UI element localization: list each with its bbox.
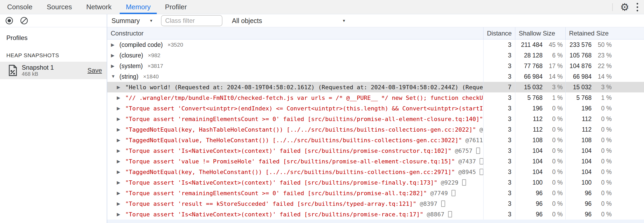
heap-row-string[interactable]: ▶"TaggedNotEqual(value, TheHoleConstant(…	[107, 135, 644, 145]
chevron-collapsed-icon[interactable]: ▶	[117, 159, 125, 164]
tab-sources[interactable]: Sources	[39, 0, 79, 14]
heap-snapshots-heading: HEAP SNAPSHOTS	[6, 52, 107, 59]
distance-cell: 3	[483, 188, 515, 198]
shallow-size-cell: 5 7681 %	[515, 92, 565, 103]
chevron-collapsed-icon[interactable]: ▶	[111, 42, 119, 48]
box-glyph-icon	[448, 211, 452, 217]
heap-row-string[interactable]: ▶"// .wrangler/tmp/bundle-FmNIt0/checked…	[107, 92, 644, 103]
heap-row-group[interactable]: ▼(string)×1840366 98414 %66 98414 %	[107, 71, 644, 82]
retained-size-value: 233 576	[570, 41, 592, 48]
heap-row-string[interactable]: ▶"Hello world! (Requested at: 2024-08-19…	[107, 82, 644, 92]
string-value: "Torque assert 'Is<NativeContext>(contex…	[125, 179, 437, 186]
chevron-collapsed-icon[interactable]: ▶	[117, 106, 125, 111]
distance-cell: 3	[483, 135, 515, 145]
heap-row-string[interactable]: ▶"Torque assert 'Is<NativeContext>(conte…	[107, 145, 644, 156]
chevron-collapsed-icon[interactable]: ▶	[117, 180, 125, 185]
constructor-cell: ▶(closure)×982	[107, 50, 483, 61]
distance-cell: 3	[483, 50, 515, 61]
string-value: "Hello world! (Requested at: 2024-08-19T…	[125, 84, 483, 91]
shallow-size-percent: 0 %	[543, 158, 563, 165]
shallow-size-cell: 1000 %	[515, 177, 565, 188]
column-header-constructor[interactable]: Constructor	[107, 27, 483, 39]
retained-size-cell: 1040 %	[565, 156, 644, 167]
retained-size-value: 196	[582, 105, 592, 112]
toolbar-divider	[612, 3, 613, 11]
chevron-collapsed-icon[interactable]: ▶	[111, 63, 119, 69]
class-filter-input[interactable]	[161, 15, 222, 26]
tab-profiler[interactable]: Profiler	[158, 0, 194, 14]
chevron-collapsed-icon[interactable]: ▶	[117, 137, 125, 143]
shallow-size-cell: 1040 %	[515, 156, 565, 167]
chevron-collapsed-icon[interactable]: ▶	[117, 84, 125, 90]
column-header-distance[interactable]: Distance	[483, 27, 515, 39]
heap-snapshot-icon	[8, 65, 17, 76]
object-id: @7437	[458, 158, 476, 165]
distance-cell: 3	[483, 145, 515, 156]
chevron-collapsed-icon[interactable]: ▶	[117, 148, 125, 154]
retained-size-cell: 1000 %	[565, 177, 644, 188]
column-header-shallow-size[interactable]: Shallow Size	[515, 27, 565, 39]
distance-cell: 3	[483, 92, 515, 103]
shallow-size-cell: 28 1286 %	[515, 50, 565, 61]
constructor-name: (system)	[119, 63, 143, 70]
heap-row-string[interactable]: ▶"TaggedNotEqual(key, HashTableHoleConst…	[107, 124, 644, 135]
chevron-collapsed-icon[interactable]: ▶	[117, 201, 125, 207]
heap-row-string[interactable]: ▶"Torque assert 'Convert<uintptr>(endInd…	[107, 103, 644, 114]
chevron-down-icon[interactable]: ▼	[149, 19, 153, 23]
heap-row-group[interactable]: ▶(closure)×982328 1286 %105 76823 %	[107, 50, 644, 61]
clear-icon[interactable]	[20, 17, 28, 25]
heap-row-string[interactable]: ▶"Torque assert 'Is<NativeContext>(conte…	[107, 177, 644, 188]
retained-size-cell: 5 7681 %	[565, 92, 644, 103]
shallow-size-cell: 66 98414 %	[515, 71, 565, 82]
object-scope-dropdown[interactable]: All objects ▼	[232, 17, 346, 25]
tab-network[interactable]: Network	[79, 0, 119, 14]
retained-size-percent: 0 %	[592, 137, 612, 144]
tab-memory[interactable]: Memory	[119, 0, 158, 14]
heap-row-group[interactable]: ▶(compiled code)×35203211 48445 %233 576…	[107, 39, 644, 50]
heap-row-group[interactable]: ▶(system)×3817377 76817 %104 87622 %	[107, 61, 644, 71]
chevron-collapsed-icon[interactable]: ▶	[117, 95, 125, 101]
distance-cell: 3	[483, 103, 515, 114]
heap-row-string[interactable]: ▶"Torque assert 'result == kStoreSuccede…	[107, 198, 644, 209]
retained-size-cell: 1120 %	[565, 124, 644, 135]
chevron-collapsed-icon[interactable]: ▶	[117, 169, 125, 175]
object-id: @8945	[458, 169, 476, 175]
sidebar-item-snapshot-1[interactable]: Snapshot 1 468 kB Save	[0, 62, 107, 79]
perspective-dropdown[interactable]: Summary	[111, 17, 140, 25]
shallow-size-percent: 0 %	[543, 211, 563, 218]
chevron-collapsed-icon[interactable]: ▶	[117, 116, 125, 122]
heap-row-string[interactable]: ▶"Torque assert 'value != PromiseHole' f…	[107, 156, 644, 167]
retained-size-value: 104	[582, 158, 592, 165]
gear-icon[interactable]: ⚙	[620, 2, 629, 12]
kebab-menu-icon[interactable]	[637, 3, 638, 11]
shallow-size-percent: 0 %	[543, 168, 563, 176]
chevron-expanded-icon[interactable]: ▼	[111, 74, 119, 79]
distance-cell: 3	[483, 177, 515, 188]
heap-row-string[interactable]: ▶"TaggedNotEqual(key, TheHoleConstant())…	[107, 167, 644, 177]
distance-cell: 3	[483, 114, 515, 124]
shallow-size-value: 104	[533, 158, 543, 165]
retained-size-percent: 0 %	[592, 105, 612, 112]
shallow-size-value: 104	[533, 168, 543, 176]
chevron-collapsed-icon[interactable]: ▶	[117, 127, 125, 132]
string-value: "Torque assert 'value != PromiseHole' fa…	[125, 158, 455, 165]
heap-row-string[interactable]: ▶"Torque assert 'Is<NativeContext>(conte…	[107, 209, 644, 220]
snapshot-name: Snapshot 1	[22, 64, 54, 71]
object-id: @7749	[430, 190, 448, 197]
shallow-size-cell: 1040 %	[515, 145, 565, 156]
chevron-collapsed-icon[interactable]: ▶	[117, 190, 125, 196]
heap-row-string[interactable]: ▶"Torque assert 'remainingElementsCount …	[107, 114, 644, 124]
constructor-cell: ▶"TaggedNotEqual(value, TheHoleConstant(…	[107, 135, 483, 145]
shallow-size-percent: 0 %	[543, 179, 563, 186]
retained-size-percent: 0 %	[592, 179, 612, 186]
column-header-retained-size[interactable]: Retained Size	[565, 27, 644, 39]
chevron-collapsed-icon[interactable]: ▶	[111, 53, 119, 58]
retained-size-cell: 1040 %	[565, 167, 644, 177]
chevron-down-icon: ▼	[342, 19, 346, 23]
tab-console[interactable]: Console	[0, 0, 39, 14]
save-snapshot-link[interactable]: Save	[87, 67, 102, 74]
heap-row-string[interactable]: ▶"Torque assert 'remainingElementsCount …	[107, 188, 644, 198]
chevron-collapsed-icon[interactable]: ▶	[117, 212, 125, 217]
record-icon[interactable]	[5, 17, 13, 25]
object-id: @7611	[466, 137, 483, 144]
